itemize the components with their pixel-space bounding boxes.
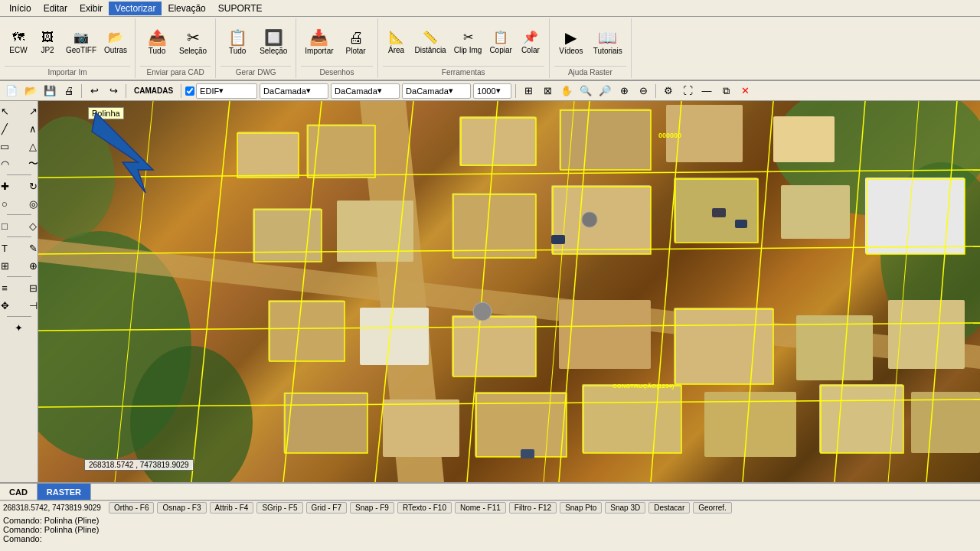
dacamada-3-dropdown[interactable]: DaCamada▾	[402, 83, 471, 99]
close-button[interactable]: ✕	[737, 83, 753, 99]
map-area[interactable]: 000000 CONSTRUÇÃO(1234) Polinha 268318.5…	[38, 101, 980, 482]
restore-button[interactable]: ⧉	[717, 83, 734, 99]
tool-circle[interactable]: ○	[0, 195, 18, 212]
ribbon-btn-outras[interactable]: 📂 Outras	[101, 20, 130, 64]
tool-line[interactable]: ╱	[0, 120, 18, 137]
ribbon-btn-tudo-cad[interactable]: 📤 Tudo	[140, 20, 174, 64]
svg-rect-69	[712, 208, 726, 217]
undo-button[interactable]: ↩	[86, 83, 103, 99]
videos-icon: ▶	[565, 30, 577, 45]
tool-move[interactable]: ✥	[0, 297, 18, 314]
dacamada-1-value: DaCamada	[263, 86, 306, 96]
menu-suporte[interactable]: SUPORTE	[212, 2, 269, 15]
menu-editar[interactable]: Editar	[38, 2, 74, 15]
ribbon-btn-plotar[interactable]: 🖨 Plotar	[339, 20, 373, 64]
tool-square[interactable]: □	[0, 217, 18, 234]
snap-osnap[interactable]: Osnap - F3	[157, 502, 206, 514]
ribbon-btn-jp2[interactable]: 🖼 JP2	[34, 20, 61, 64]
snap-grid[interactable]: Grid - F7	[306, 502, 347, 514]
snap-rtexto[interactable]: RTexto - F10	[397, 502, 452, 514]
tool-measure[interactable]: ⊞	[0, 257, 18, 274]
tool-cross[interactable]: ✚	[0, 178, 18, 194]
zoom-realtime-button[interactable]: ⊕	[616, 83, 632, 99]
snap-ortho[interactable]: Ortho - F6	[109, 502, 155, 514]
ribbon-btn-selecao-cad[interactable]: ✂ Seleção	[175, 20, 211, 64]
print-button[interactable]: 🖨	[60, 83, 77, 99]
snap-snap[interactable]: Snap - F9	[350, 502, 394, 514]
svg-rect-22	[452, 315, 536, 377]
parcel-overlay: 000000 CONSTRUÇÃO(1234)	[38, 101, 980, 482]
svg-rect-70	[735, 220, 747, 228]
svg-rect-20	[268, 300, 345, 361]
tool-rect[interactable]: ▭	[0, 138, 18, 155]
snap-georref[interactable]: Georref.	[693, 502, 732, 514]
group-label-cad: Enviar para CAD	[140, 66, 211, 77]
selecao-cad-label: Seleção	[179, 47, 207, 55]
tab-cad[interactable]: CAD	[0, 484, 38, 500]
ribbon-btn-tudo-dwg[interactable]: 📋 Tudo	[220, 20, 254, 64]
scale-dropdown[interactable]: 1000▾	[473, 83, 511, 99]
raster-settings-button[interactable]: ⚙	[660, 83, 677, 99]
zoom-prev-button[interactable]: ⊖	[635, 83, 652, 99]
tool-star[interactable]: ✦	[5, 319, 33, 336]
edif-checkbox[interactable]	[185, 86, 194, 96]
svg-rect-7	[237, 132, 299, 178]
svg-rect-13	[253, 208, 322, 262]
layers-button[interactable]: CAMADAS	[130, 83, 177, 99]
tab-raster[interactable]: RASTER	[38, 484, 91, 500]
ribbon-btn-clip-img[interactable]: ✂ Clip Img	[451, 20, 485, 64]
ribbon-group-ferramentas: 📐 Área 📏 Distância ✂ Clip Img 📋 Copiar 📌	[378, 18, 550, 78]
zoom-in-button[interactable]: 🔍	[577, 83, 594, 99]
ribbon-btn-videos[interactable]: ▶ Vídeos	[554, 20, 588, 64]
ribbon-btn-distancia[interactable]: 📏 Distância	[412, 20, 449, 64]
snap-destacar[interactable]: Destacar	[648, 502, 690, 514]
ribbon-btn-tutoriais[interactable]: 📖 Tutoriais	[590, 20, 626, 64]
snap-sgrip[interactable]: SGrip - F5	[256, 502, 302, 514]
snap-pto[interactable]: Snap Pto	[560, 502, 602, 514]
importar-icon: 📥	[309, 30, 328, 45]
menu-elevacao[interactable]: Elevação	[162, 2, 211, 15]
new-button[interactable]: 📄	[3, 83, 20, 99]
menu-inicio[interactable]: Início	[3, 2, 38, 15]
minimize-button[interactable]: —	[698, 83, 715, 99]
ribbon-btn-ecw[interactable]: 🗺 ECW	[5, 20, 32, 64]
snap-3d[interactable]: Snap 3D	[605, 502, 645, 514]
save-button[interactable]: 💾	[41, 83, 58, 99]
snap-filtro[interactable]: Filtro - F12	[509, 502, 557, 514]
ribbon-btn-geotiff[interactable]: 📷 GeoTIFF	[63, 20, 100, 64]
zoom-extents-button[interactable]: ⊠	[539, 83, 556, 99]
tool-separator-5	[7, 316, 31, 317]
ribbon-btn-area[interactable]: 📐 Área	[383, 20, 410, 64]
tool-pointer[interactable]: ↖	[0, 103, 18, 119]
open-button[interactable]: 📂	[22, 83, 39, 99]
snap-attrib[interactable]: Attrib - F4	[210, 502, 254, 514]
snap-nome[interactable]: Nome - F11	[455, 502, 506, 514]
geotiff-label: GeoTIFF	[66, 46, 96, 54]
importar-label: Importar	[305, 47, 333, 55]
plotar-icon: 🖨	[348, 30, 364, 45]
svg-rect-25	[796, 315, 873, 380]
dacamada-1-dropdown[interactable]: DaCamada▾	[260, 83, 328, 99]
tool-text[interactable]: T	[0, 240, 18, 256]
tool-layer[interactable]: ≡	[0, 279, 18, 296]
ribbon-btn-selecao-dwg[interactable]: 🔲 Seleção	[256, 20, 291, 64]
ribbon-btn-copiar[interactable]: 📋 Copiar	[486, 20, 514, 64]
fullscreen-button[interactable]: ⛶	[679, 83, 696, 99]
zoom-window-button[interactable]: ⊞	[520, 83, 537, 99]
ribbon-btn-importar[interactable]: 📥 Importar	[301, 20, 337, 64]
svg-rect-16	[551, 185, 651, 254]
dacamada-2-dropdown[interactable]: DaCamada▾	[331, 83, 400, 99]
separator-2	[126, 84, 126, 98]
copiar-label: Copiar	[489, 46, 511, 54]
svg-rect-9	[459, 116, 536, 166]
zoom-out-button[interactable]: 🔎	[596, 83, 613, 99]
tool-arc[interactable]: ◠	[0, 155, 18, 172]
pan-button[interactable]: ✋	[558, 83, 575, 99]
edif-dropdown[interactable]: EDIF▾	[196, 83, 257, 99]
menu-vectorizar[interactable]: Vectorizar	[109, 2, 162, 15]
ribbon-btn-colar[interactable]: 📌 Colar	[517, 20, 544, 64]
svg-text:000000: 000000	[658, 132, 681, 139]
ribbon-group-importar: 🗺 ECW 🖼 JP2 📷 GeoTIFF 📂 Outras Importar …	[0, 18, 136, 78]
menu-exibir[interactable]: Exibir	[74, 2, 109, 15]
redo-button[interactable]: ↪	[105, 83, 122, 99]
